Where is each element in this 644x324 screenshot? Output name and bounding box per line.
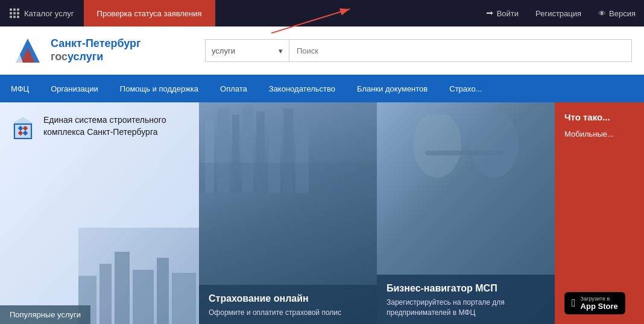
building-icon	[10, 114, 36, 141]
logo-icon	[12, 35, 43, 66]
app-store-text: Загрузите в App Store	[581, 296, 618, 311]
card1-content: Единая система строительного комплекса С…	[10, 114, 189, 141]
svg-rect-7	[115, 252, 130, 324]
chevron-down-icon: ▾	[279, 46, 283, 55]
popular-services-bar[interactable]: Популярные услуги	[0, 305, 90, 324]
card3-description: Зарегистрируйтесь на портале для предпри…	[387, 298, 545, 318]
app-store-button[interactable]:  Загрузите в App Store	[564, 292, 625, 314]
handshake-bg	[389, 114, 543, 187]
nav-item-help[interactable]: Помощь и поддержка	[109, 75, 209, 102]
logo-gos: гос	[51, 51, 68, 63]
logo-gosuslugi: госуслуги	[51, 51, 141, 64]
search-dropdown[interactable]: услуги ▾	[205, 39, 289, 62]
catalog-label: Каталог услуг	[24, 9, 74, 18]
svg-marker-11	[13, 117, 33, 139]
card-mobile-app: Что тако... Мобильные...  Загрузите в A…	[555, 102, 644, 324]
main-nav: МФЦ Организации Помощь и поддержка Оплат…	[0, 75, 644, 102]
dropdown-value: услуги	[212, 46, 235, 55]
svg-rect-9	[157, 258, 169, 324]
card-business-navigator[interactable]: Бизнес-навигатор МСП Зарегистрируйтесь н…	[377, 102, 555, 324]
version-label: Версия	[609, 9, 636, 18]
card-insurance[interactable]: Страхование онлайн Оформите и оплатите с…	[199, 102, 377, 324]
card2-title: Страхование онлайн	[209, 293, 367, 304]
nav-item-organizations[interactable]: Организации	[40, 75, 109, 102]
login-link[interactable]: ⮕ Войти	[478, 0, 527, 26]
logo-text: Санкт-Петербург госуслуги	[51, 37, 141, 63]
logo-area[interactable]: Санкт-Петербург госуслуги	[12, 35, 169, 66]
card4-title: Что тако...	[564, 112, 610, 122]
popular-services-label: Популярные услуги	[10, 310, 81, 319]
svg-rect-25	[199, 163, 377, 193]
svg-rect-10	[172, 273, 196, 324]
nav-item-documents[interactable]: Бланки документов	[346, 75, 438, 102]
register-label: Регистрация	[535, 9, 581, 18]
svg-rect-28	[425, 151, 504, 155]
nav-item-payment[interactable]: Оплата	[209, 75, 258, 102]
search-area: услуги ▾	[205, 39, 632, 62]
svg-point-27	[470, 114, 519, 178]
svg-point-26	[413, 114, 461, 178]
card3-title: Бизнес-навигатор МСП	[387, 283, 545, 294]
svg-rect-6	[99, 264, 112, 324]
card1-title: Единая система строительного комплекса С…	[43, 114, 189, 138]
catalog-menu[interactable]: Каталог услуг	[0, 8, 84, 18]
nav-item-insurance[interactable]: Страхо...	[438, 75, 493, 102]
login-label: Войти	[497, 9, 519, 18]
card-building-system[interactable]: Единая система строительного комплекса С…	[0, 102, 199, 324]
login-icon: ⮕	[486, 9, 494, 18]
search-input[interactable]	[289, 39, 632, 62]
top-nav-right: ⮕ Войти Регистрация 👁 Версия	[478, 0, 644, 26]
header: Санкт-Петербург госуслуги услуги ▾	[0, 26, 644, 75]
svg-rect-8	[133, 270, 154, 324]
nav-item-mfc[interactable]: МФЦ	[0, 75, 40, 102]
apple-icon: 	[572, 297, 576, 310]
top-nav: Каталог услуг Проверка статуса заявления…	[0, 0, 644, 26]
logo-city: Санкт-Петербург	[51, 37, 141, 51]
check-status-button[interactable]: Проверка статуса заявления	[84, 0, 215, 26]
card4-subtitle: Мобильные...	[564, 129, 614, 139]
app-store-large-label: App Store	[581, 302, 618, 311]
version-link[interactable]: 👁 Версия	[590, 0, 644, 26]
register-link[interactable]: Регистрация	[527, 0, 590, 26]
logo-uslugi: услуги	[68, 51, 103, 63]
card3-overlay: Бизнес-навигатор МСП Зарегистрируйтесь н…	[377, 275, 555, 324]
eye-icon: 👁	[598, 9, 606, 18]
nav-item-legislation[interactable]: Законодательство	[258, 75, 346, 102]
grid-icon	[10, 8, 19, 18]
app-store-small-label: Загрузите в	[581, 296, 618, 302]
card2-overlay: Страхование онлайн Оформите и оплатите с…	[199, 285, 377, 324]
card2-description: Оформите и оплатите страховой полис	[209, 308, 367, 318]
content-area: Единая система строительного комплекса С…	[0, 102, 644, 324]
